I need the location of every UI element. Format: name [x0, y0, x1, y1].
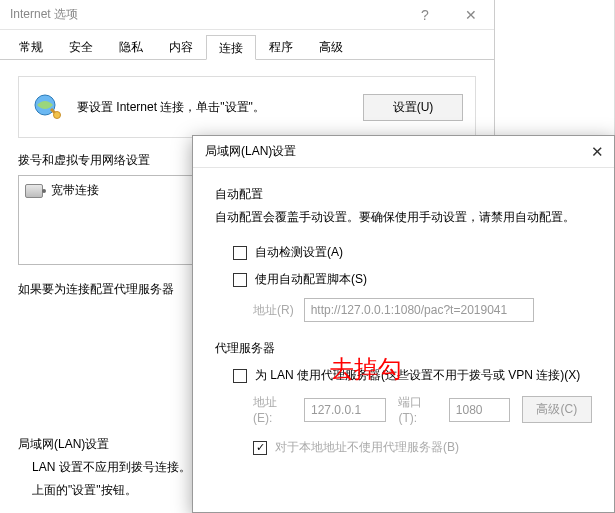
lan-close-icon[interactable]: ✕: [564, 143, 604, 161]
setup-row: 要设置 Internet 连接，单击"设置"。 设置(U): [18, 76, 476, 138]
advanced-button[interactable]: 高级(C): [522, 396, 592, 423]
proxy-section-label: 代理服务器: [215, 340, 592, 357]
proxy-address-input[interactable]: 127.0.0.1: [304, 398, 386, 422]
lan-settings-window: 局域网(LAN)设置 ✕ 自动配置 自动配置会覆盖手动设置。要确保使用手动设置，…: [192, 135, 615, 513]
script-address-input[interactable]: http://127.0.0.1:1080/pac?t=2019041: [304, 298, 534, 322]
close-icon[interactable]: ✕: [448, 0, 494, 29]
annotation-text: 去掉勾: [330, 353, 402, 385]
tab-privacy[interactable]: 隐私: [106, 34, 156, 59]
script-address-row: 地址(R) http://127.0.0.1:1080/pac?t=201904…: [253, 298, 592, 322]
tab-programs[interactable]: 程序: [256, 34, 306, 59]
tab-advanced[interactable]: 高级: [306, 34, 356, 59]
lan-settings-titlebar: 局域网(LAN)设置 ✕: [193, 136, 614, 168]
proxy-port-label: 端口(T):: [398, 394, 436, 425]
modem-icon: [25, 184, 43, 198]
lan-body: 自动配置 自动配置会覆盖手动设置。要确保使用手动设置，请禁用自动配置。 自动检测…: [193, 168, 614, 456]
bypass-local-label: 对于本地地址不使用代理服务器(B): [275, 439, 459, 456]
proxy-checkbox-row[interactable]: 为 LAN 使用代理服务器(这些设置不用于拨号或 VPN 连接)(X): [233, 367, 592, 384]
internet-options-titlebar: Internet 选项 ? ✕: [0, 0, 494, 30]
proxy-address-label: 地址(E):: [253, 394, 292, 425]
auto-detect-checkbox-row[interactable]: 自动检测设置(A): [233, 244, 592, 261]
lan-desc-line2: 上面的"设置"按钮。: [32, 482, 191, 499]
tab-general[interactable]: 常规: [6, 34, 56, 59]
proxy-checkbox[interactable]: [233, 369, 247, 383]
script-address-label: 地址(R): [253, 302, 294, 319]
globe-icon: [31, 91, 63, 123]
bypass-local-row[interactable]: 对于本地地址不使用代理服务器(B): [253, 439, 592, 456]
autocfg-desc: 自动配置会覆盖手动设置。要确保使用手动设置，请禁用自动配置。: [215, 209, 592, 226]
use-script-checkbox-row[interactable]: 使用自动配置脚本(S): [233, 271, 592, 288]
autocfg-label: 自动配置: [215, 186, 592, 203]
use-script-label: 使用自动配置脚本(S): [255, 271, 367, 288]
bypass-local-checkbox[interactable]: [253, 441, 267, 455]
proxy-port-input[interactable]: 1080: [449, 398, 510, 422]
tab-connections[interactable]: 连接: [206, 35, 256, 60]
proxy-address-row: 地址(E): 127.0.0.1 端口(T): 1080 高级(C): [253, 394, 592, 425]
internet-options-title: Internet 选项: [10, 6, 78, 23]
proxy-checkbox-label: 为 LAN 使用代理服务器(这些设置不用于拨号或 VPN 连接)(X): [255, 367, 580, 384]
help-icon[interactable]: ?: [402, 0, 448, 29]
lan-section: 局域网(LAN)设置 LAN 设置不应用到拨号连接。 上面的"设置"按钮。: [18, 430, 191, 505]
setup-text: 要设置 Internet 连接，单击"设置"。: [77, 99, 265, 116]
svg-point-1: [54, 112, 61, 119]
tab-security[interactable]: 安全: [56, 34, 106, 59]
lan-desc-line1: LAN 设置不应用到拨号连接。: [32, 459, 191, 476]
setup-button[interactable]: 设置(U): [363, 94, 463, 121]
auto-detect-checkbox[interactable]: [233, 246, 247, 260]
tab-content[interactable]: 内容: [156, 34, 206, 59]
auto-detect-label: 自动检测设置(A): [255, 244, 343, 261]
dialup-item-label: 宽带连接: [51, 182, 99, 199]
tabs-bar: 常规 安全 隐私 内容 连接 程序 高级: [0, 30, 494, 60]
use-script-checkbox[interactable]: [233, 273, 247, 287]
lan-settings-title: 局域网(LAN)设置: [205, 143, 296, 160]
lan-section-label: 局域网(LAN)设置: [18, 436, 191, 453]
